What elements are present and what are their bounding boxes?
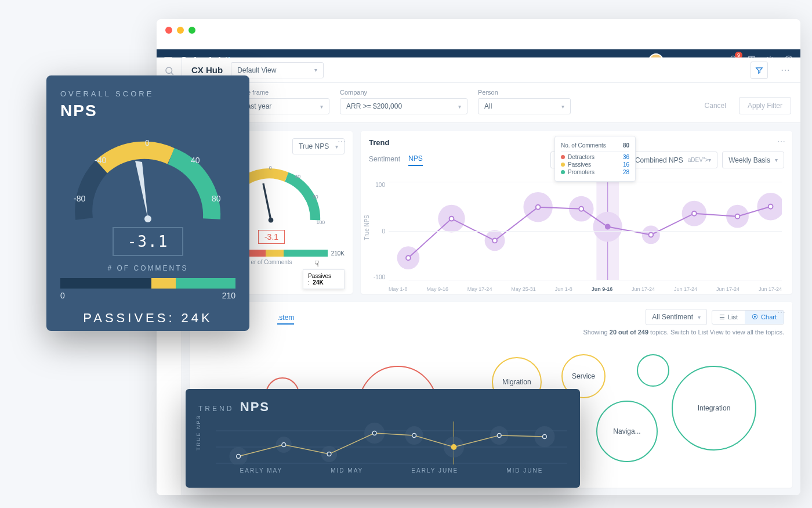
traffic-lights [165, 27, 195, 34]
trend-more-icon[interactable]: ⋯ [777, 137, 786, 146]
max-dot[interactable] [188, 27, 195, 34]
close-dot[interactable] [165, 27, 172, 34]
svg-text:80: 80 [313, 194, 318, 200]
svg-point-31 [449, 217, 454, 221]
svg-text:100: 100 [317, 219, 325, 225]
trend-chart: True NPS 100 0 -100 [369, 182, 784, 292]
overlay-bar [60, 278, 235, 289]
combined-select[interactable]: Combined NPS aDEV">▾ [629, 152, 717, 168]
filter-icon[interactable] [751, 62, 768, 79]
gauge-tooltip: Passives : 24K [303, 269, 345, 289]
svg-point-59 [282, 443, 286, 447]
page-title: CX Hub [191, 65, 223, 75]
svg-point-33 [536, 205, 541, 210]
filter-bar: Source▾ Time frameLast year▾ CompanyARR … [182, 83, 800, 123]
svg-text:-80: -80 [74, 194, 85, 203]
svg-point-10 [269, 218, 274, 223]
company-select[interactable]: ARR >= $200,000▾ [340, 98, 467, 114]
topics-summary: Showing 20 out of 249 topics. Switch to … [198, 329, 784, 336]
svg-point-34 [579, 207, 583, 211]
svg-point-58 [237, 455, 241, 459]
svg-text:40: 40 [191, 156, 200, 165]
svg-point-35 [605, 224, 611, 230]
bubble-naviga[interactable]: Naviga... [596, 401, 658, 462]
card-more-icon[interactable]: ⋯ [338, 137, 347, 146]
svg-line-8 [171, 73, 173, 75]
list-icon: ☰ [719, 314, 725, 321]
label-timeframe: Time frame [237, 89, 329, 96]
timeframe-select[interactable]: Last year▾ [237, 98, 329, 114]
topics-more-icon[interactable]: ⋯ [777, 308, 786, 317]
cancel-button[interactable]: Cancel [697, 97, 734, 114]
tab-sentiment[interactable]: Sentiment [369, 155, 400, 165]
label-person: Person [478, 89, 571, 96]
overlay-gauge-card: OVERALL SCORE NPS -80 -40 0 40 80 -3.1 #… [46, 75, 249, 331]
overlay-metric: NPS [60, 102, 235, 120]
gauge-metric-select[interactable]: True NPS▾ [292, 138, 345, 154]
svg-point-36 [648, 232, 653, 237]
gauge-value: -3.1 [258, 230, 285, 244]
subheader: CX Hub Default View▾ ⋯ [182, 57, 800, 83]
svg-text:80: 80 [212, 194, 221, 203]
bubble-anon-green[interactable] [637, 354, 669, 387]
passives-label: PASSIVES: 24K [60, 311, 235, 326]
label-company: Company [340, 89, 467, 96]
view-toggle: ☰List ⦿Chart [712, 310, 784, 325]
person-select[interactable]: All▾ [478, 98, 571, 114]
svg-text:0: 0 [145, 138, 150, 147]
mini-trend-chart: TRUE NPS [198, 421, 567, 474]
cursor-icon: ☟ [314, 259, 320, 268]
trend-card: ⋯ Trend Sentiment NPS NPS -10.7▾ Combine… [361, 131, 792, 294]
apply-filter-button[interactable]: Apply Filter [739, 97, 791, 114]
overlay-sub: # OF COMMENTS [60, 264, 235, 272]
more-icon[interactable]: ⋯ [781, 64, 791, 75]
svg-text:-40: -40 [95, 156, 106, 165]
svg-point-30 [406, 255, 411, 260]
overlay-trend-card: TREND NPS TRUE NPS [186, 389, 580, 488]
svg-point-7 [166, 67, 172, 74]
svg-point-38 [735, 214, 740, 219]
chart-icon: ⦿ [752, 314, 758, 320]
svg-point-65 [542, 435, 546, 439]
topics-tab[interactable]: .stem [277, 314, 294, 325]
svg-text:0: 0 [269, 165, 272, 171]
overlay-title: OVERALL SCORE [60, 89, 235, 98]
svg-point-32 [492, 238, 497, 243]
svg-line-9 [263, 183, 271, 220]
svg-point-37 [692, 211, 697, 216]
bubble-integration[interactable]: Integration [672, 366, 756, 451]
svg-point-60 [327, 452, 331, 456]
min-dot[interactable] [177, 27, 184, 34]
list-toggle[interactable]: ☰List [712, 311, 745, 324]
svg-point-39 [768, 204, 773, 209]
svg-point-62 [412, 434, 416, 438]
svg-text:40: 40 [295, 174, 300, 179]
svg-point-61 [372, 431, 376, 435]
basis-select[interactable]: Weekly Basis▾ [722, 152, 784, 168]
ot-metric: NPS [240, 399, 270, 414]
ot-title: TREND [198, 405, 234, 413]
sentiment-select[interactable]: All Sentiment▾ [646, 309, 707, 325]
svg-point-63 [451, 444, 457, 450]
overlay-gauge-value: -3.1 [113, 227, 184, 256]
svg-point-40 [144, 215, 151, 222]
trend-tooltip: No. of Comments80 Detractors36 Passives1… [554, 136, 636, 182]
tab-nps[interactable]: NPS [408, 154, 423, 166]
svg-point-64 [497, 434, 501, 438]
